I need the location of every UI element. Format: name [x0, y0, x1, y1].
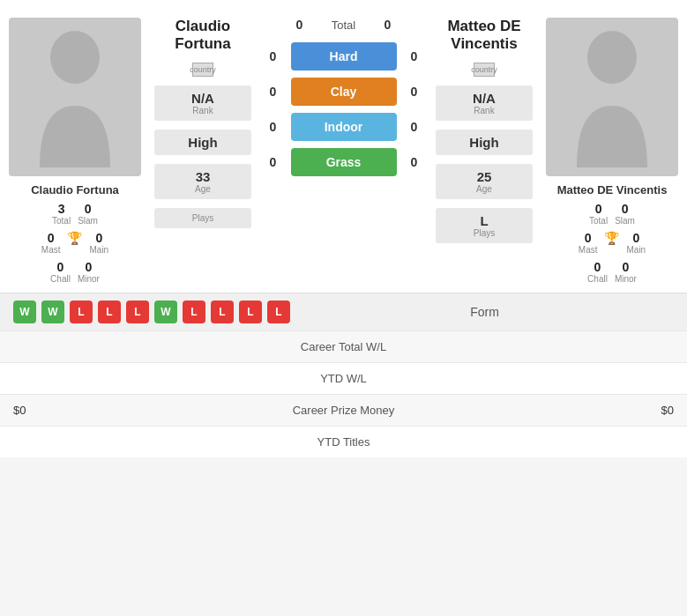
- left-high-val: High: [188, 135, 217, 150]
- right-main-val: 0: [632, 231, 639, 245]
- right-minor-val: 0: [623, 260, 630, 274]
- left-mast-cell: 0 Mast: [41, 231, 61, 255]
- left-main-cell: 0 Main: [89, 231, 108, 255]
- left-mast-val: 0: [48, 231, 55, 245]
- left-total-cell: 3 Total: [52, 202, 71, 226]
- right-slam-label: Slam: [615, 216, 635, 226]
- right-slam-val: 0: [622, 202, 629, 216]
- left-minor-val: 0: [86, 260, 93, 274]
- left-total-label: Total: [52, 216, 71, 226]
- right-chall-label: Chall: [587, 274, 608, 284]
- right-age-label: Age: [476, 184, 492, 194]
- left-photo-panel: Claudio Fortuna 3 Total 0 Slam 0 Mast 🏆: [0, 9, 150, 284]
- right-trophy-icon: 🏆: [604, 231, 619, 245]
- right-country-flag: country: [474, 63, 495, 77]
- left-plays-block: Plays: [154, 208, 251, 228]
- clay-left-score: 0: [261, 85, 286, 99]
- right-plays-label: Plays: [474, 228, 495, 238]
- right-avatar: [546, 18, 678, 176]
- svg-point-1: [587, 31, 637, 84]
- left-avatar-silhouette: [31, 26, 119, 167]
- hard-left-score: 0: [261, 49, 286, 63]
- left-slam-val: 0: [85, 202, 92, 216]
- svg-point-0: [50, 31, 100, 84]
- right-rank-block: N/A Rank: [436, 85, 533, 121]
- form-badge-0: W: [13, 301, 36, 323]
- form-badge-8: L: [239, 301, 262, 323]
- form-badge-3: L: [98, 301, 121, 323]
- right-mast-val: 0: [585, 231, 592, 245]
- left-age-val: 33: [196, 169, 211, 184]
- right-chall-cell: 0 Chall: [587, 260, 608, 284]
- right-total-label: Total: [589, 216, 608, 226]
- left-country-text: country: [190, 65, 216, 74]
- indoor-left-score: 0: [261, 120, 286, 134]
- grass-badge: Grass: [291, 148, 397, 176]
- hard-right-score: 0: [402, 49, 427, 63]
- left-player-name-below: Claudio Fortuna: [26, 183, 123, 197]
- total-left-score: 0: [287, 18, 312, 32]
- right-high-val: High: [469, 135, 498, 150]
- right-country: country: [474, 63, 495, 77]
- left-rank-block: N/A Rank: [154, 85, 251, 121]
- career-total-row: Career Total W/L: [0, 330, 687, 362]
- right-photo-panel: Matteo DE Vincentis 0 Total 0 Slam 0 Mas…: [537, 9, 687, 284]
- left-stats-row2: 0 Mast 🏆 0 Main: [41, 231, 108, 255]
- career-total-label: Career Total W/L: [247, 340, 441, 353]
- left-rank-label: Rank: [192, 106, 213, 115]
- clay-badge: Clay: [291, 78, 397, 106]
- main-container: Claudio Fortuna 3 Total 0 Slam 0 Mast 🏆: [0, 0, 687, 457]
- right-chall-val: 0: [594, 260, 601, 274]
- hard-badge: Hard: [291, 42, 397, 71]
- left-trophy-icon: 🏆: [67, 231, 82, 245]
- player-comparison: Claudio Fortuna 3 Total 0 Slam 0 Mast 🏆: [0, 0, 687, 293]
- left-main-val: 0: [95, 231, 102, 245]
- right-info-panel: Matteo DE Vincentis country N/A Rank Hig…: [431, 9, 537, 284]
- left-plays-label: Plays: [192, 213, 213, 223]
- right-high-block: High: [436, 130, 533, 155]
- clay-row: 0 Clay 0: [260, 78, 427, 106]
- form-label: Form: [295, 305, 674, 319]
- grass-right-score: 0: [402, 155, 427, 169]
- indoor-row: 0 Indoor 0: [260, 113, 427, 141]
- right-plays-val: L: [480, 213, 488, 228]
- total-row: 0 Total 0: [260, 18, 427, 32]
- grass-left-score: 0: [261, 155, 286, 169]
- left-chall-label: Chall: [50, 274, 71, 284]
- form-badge-5: W: [154, 301, 177, 323]
- left-age-block: 33 Age: [154, 164, 251, 199]
- left-high-block: High: [154, 130, 251, 155]
- right-main-label: Main: [626, 245, 646, 255]
- form-badge-4: L: [126, 301, 149, 323]
- ytd-titles-row: YTD Titles: [0, 426, 687, 457]
- right-slam-cell: 0 Slam: [615, 202, 635, 226]
- total-right-score: 0: [376, 18, 400, 32]
- left-main-label: Main: [89, 245, 108, 255]
- right-rank-label: Rank: [474, 106, 494, 115]
- prize-money-left: $0: [13, 404, 247, 417]
- left-age-label: Age: [195, 184, 211, 194]
- ytd-titles-label: YTD Titles: [247, 435, 441, 449]
- form-section: W W L L L W L L L L Form: [0, 293, 687, 330]
- left-minor-label: Minor: [78, 274, 100, 284]
- left-total-val: 3: [58, 202, 65, 216]
- ytd-wl-row: YTD W/L: [0, 362, 687, 394]
- grass-row: 0 Grass 0: [260, 148, 427, 176]
- right-total-val: 0: [595, 202, 602, 216]
- total-label: Total: [317, 19, 370, 32]
- form-badge-7: L: [211, 301, 234, 323]
- surface-panel: 0 Total 0 0 Hard 0 0 Clay 0 0 Indoor 0: [256, 9, 431, 284]
- right-player-title: Matteo DE Vincentis: [436, 18, 533, 54]
- left-minor-cell: 0 Minor: [78, 260, 100, 284]
- prize-money-row: $0 Career Prize Money $0: [0, 394, 687, 426]
- form-badge-6: L: [183, 301, 205, 323]
- right-mast-cell: 0 Mast: [579, 231, 598, 255]
- left-mast-label: Mast: [41, 245, 61, 255]
- right-rank-val: N/A: [473, 91, 496, 106]
- prize-money-right: $0: [441, 404, 675, 417]
- right-minor-label: Minor: [615, 274, 637, 284]
- left-chall-cell: 0 Chall: [50, 260, 71, 284]
- left-trophy-cell: 🏆: [67, 231, 82, 255]
- left-player-title: Claudio Fortuna: [154, 18, 251, 54]
- left-country-flag: country: [192, 63, 213, 77]
